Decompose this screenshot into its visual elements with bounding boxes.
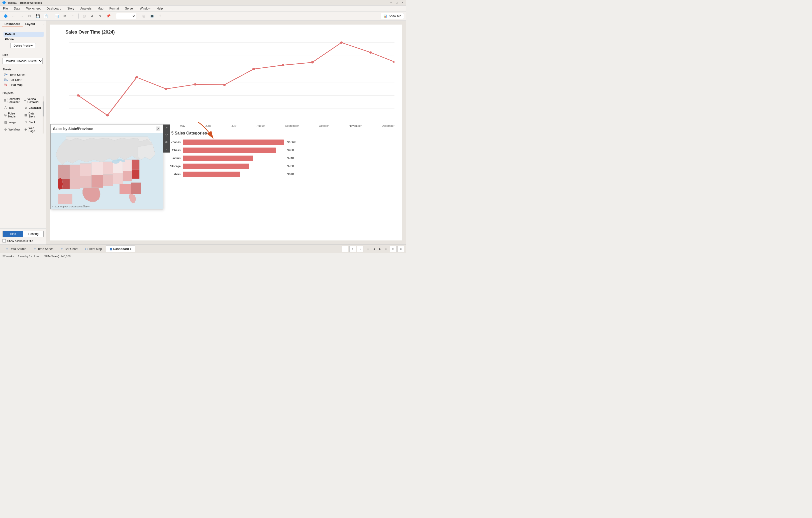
sheets-title: Sheets	[2, 68, 44, 71]
object-image[interactable]: ▨ Image	[2, 120, 22, 125]
panel-tb-down[interactable]: ⌄	[163, 146, 170, 153]
tiled-btn[interactable]: Tiled	[3, 231, 23, 237]
sidebar-tab-bar: Dashboard Layout ›	[0, 21, 46, 28]
chart-type-btn[interactable]: 📊	[53, 12, 60, 20]
minimize-btn[interactable]: ─	[389, 1, 393, 4]
svg-rect-36	[58, 165, 70, 179]
menu-data[interactable]: Data	[13, 6, 21, 11]
viz-type-dropdown[interactable]	[116, 13, 136, 19]
show-title-option[interactable]: Show dashboard title	[2, 239, 44, 242]
first-page-btn[interactable]: ⏮	[366, 246, 371, 252]
tab-heat-map[interactable]: ⬡ Heat Map	[82, 245, 106, 252]
prev-page-btn[interactable]: ◀	[371, 246, 377, 252]
object-blank[interactable]: □ Blank	[23, 120, 42, 125]
panel-tb-filter[interactable]: ▽	[163, 131, 170, 139]
close-btn[interactable]: ✕	[401, 1, 404, 4]
x-nov: November	[349, 124, 361, 127]
tab-time-series[interactable]: ⬡ Time Series	[30, 245, 57, 252]
vertical-container-icon: ≡	[24, 99, 26, 102]
tab-bc-icon: ⬡	[61, 247, 63, 251]
save-btn[interactable]: 💾	[34, 12, 41, 20]
extension-icon: ⊕	[24, 106, 28, 110]
back-btn[interactable]: ←	[10, 12, 17, 20]
pin-btn[interactable]: 📌	[105, 12, 112, 20]
objects-title: Objects	[2, 91, 44, 95]
tooltip-btn[interactable]: ✎	[97, 12, 104, 20]
menu-worksheet[interactable]: Worksheet	[25, 6, 41, 11]
menu-dashboard[interactable]: Dashboard	[46, 6, 62, 11]
object-vertical-container[interactable]: ≡ Vertical Container	[23, 96, 42, 104]
bar-value-phones: $106K	[287, 141, 298, 144]
menu-window[interactable]: Window	[139, 6, 152, 11]
sidebar-chevron[interactable]: ›	[44, 23, 44, 26]
data-source-icon: ⬡	[6, 247, 8, 251]
floating-map-panel: Sales by State/Province ✕ ↗ ▽ ⊕ ⌄	[50, 124, 163, 209]
show-me-button[interactable]: 📊 Show Me	[381, 13, 404, 19]
maximize-btn[interactable]: □	[395, 1, 399, 4]
menu-map[interactable]: Map	[96, 6, 104, 11]
label-btn[interactable]: A	[89, 12, 96, 20]
forward-btn[interactable]: →	[18, 12, 25, 20]
sort-sheets-btn[interactable]: ↕	[349, 246, 356, 252]
device-phone[interactable]: Phone	[3, 37, 44, 42]
show-title-checkbox[interactable]	[2, 239, 6, 242]
object-pulse-metric[interactable]: ◎ Pulse Metric	[2, 111, 22, 119]
menu-server[interactable]: Server	[124, 6, 135, 11]
object-data-story[interactable]: ▦ Data Story	[23, 111, 42, 119]
new-btn[interactable]: 📄	[42, 12, 49, 20]
tab-bar-chart[interactable]: ⬡ Bar Chart	[57, 245, 81, 252]
share-btn[interactable]: ⤴	[156, 12, 164, 20]
list-view-btn[interactable]: ≡	[398, 246, 404, 252]
sheet-bar-chart[interactable]: Bar Chart	[2, 78, 44, 83]
bar-value-storage: $70K	[287, 164, 298, 168]
dashboard-tab[interactable]: Dashboard	[2, 22, 23, 27]
menu-file[interactable]: File	[2, 6, 9, 11]
new-sheet-btn[interactable]: +	[342, 246, 348, 252]
object-extension[interactable]: ⊕ Extension	[23, 105, 42, 111]
grid-view-btn[interactable]: ⊞	[390, 246, 397, 252]
menu-format[interactable]: Format	[109, 6, 120, 11]
svg-rect-6	[6, 84, 7, 85]
panel-tb-pin[interactable]: ⊕	[163, 139, 170, 146]
bar-row-tables: Tables $61K	[163, 172, 298, 177]
menu-story[interactable]: Story	[66, 6, 76, 11]
object-workflow-label: Workflow	[8, 128, 20, 131]
sort-asc-btn[interactable]: ↑	[69, 12, 77, 20]
bar-label-tables: Tables	[163, 173, 181, 176]
present-btn[interactable]: ⊞	[140, 12, 147, 20]
object-web-page[interactable]: ⊕ Web Page	[23, 125, 42, 133]
object-horizontal-container[interactable]: ⊞ Horizontal Container	[2, 96, 22, 104]
svg-rect-39	[70, 179, 80, 189]
floating-panel-header: Sales by State/Province ✕	[51, 124, 163, 133]
panel-close-btn[interactable]: ✕	[156, 126, 161, 131]
object-workflow[interactable]: ⊙ Workflow	[2, 125, 22, 133]
last-page-btn[interactable]: ⏭	[383, 246, 389, 252]
menu-bar: File Data Worksheet Dashboard Story Anal…	[0, 5, 406, 11]
sheet-heat-map[interactable]: Heat Map	[2, 83, 44, 87]
panel-tb-link[interactable]: ↗	[163, 124, 170, 131]
svg-rect-4	[4, 79, 6, 80]
floating-btn[interactable]: Floating	[23, 231, 44, 237]
swap-btn[interactable]: ⇄	[61, 12, 68, 20]
bar-row-binders: Binders $74K	[163, 156, 298, 161]
next-page-btn[interactable]: ▶	[377, 246, 383, 252]
device-default[interactable]: Default	[3, 32, 44, 37]
status-sum: SUM(Sales): 745,568	[45, 255, 71, 258]
object-text[interactable]: A Text	[2, 105, 22, 111]
device-preview-button[interactable]: Device Preview	[10, 43, 36, 48]
object-image-label: Image	[8, 121, 16, 124]
objects-grid: ⊞ Horizontal Container ≡ Vertical Contai…	[2, 96, 42, 133]
menu-help[interactable]: Help	[156, 6, 164, 11]
layout-tab[interactable]: Layout	[23, 22, 37, 27]
menu-analysis[interactable]: Analysis	[80, 6, 93, 11]
reload-btn[interactable]: ↺	[26, 12, 33, 20]
device-btn[interactable]: 💻	[148, 12, 155, 20]
sheet-time-series[interactable]: Time Series	[2, 72, 44, 78]
export-btn[interactable]: ↓	[357, 246, 364, 252]
tableau-logo-btn[interactable]: 🔷	[2, 12, 9, 20]
fit-btn[interactable]: ⊡	[81, 12, 88, 20]
tab-hm-icon: ⬡	[85, 247, 88, 251]
size-dropdown[interactable]: Desktop Browser (1000 x 8...	[2, 58, 42, 64]
tab-data-source[interactable]: ⬡ Data Source	[2, 245, 30, 252]
tab-dashboard-1[interactable]: ▦ Dashboard 1	[106, 245, 135, 252]
